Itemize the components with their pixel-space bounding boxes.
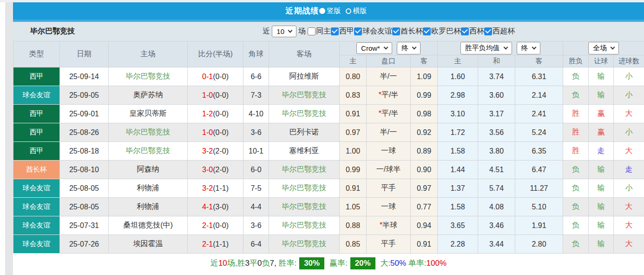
- result-goals: 大: [614, 105, 644, 123]
- rounds-select[interactable]: 10: [272, 26, 296, 37]
- table-row: 西甲 25-08-26 毕尔巴鄂竞技 1-0(0-0) 3-6 巴列卡诺 0.9…: [13, 123, 644, 142]
- avg-away: 5.24: [515, 123, 563, 142]
- avg-home: 2.98: [438, 86, 478, 105]
- score-cell: 1-2(0-0): [188, 105, 243, 123]
- odds-home: 0.99: [340, 161, 367, 179]
- score-cell: 2-1(0-0): [188, 216, 243, 235]
- away-team: 阿拉维斯: [269, 67, 340, 86]
- page-title: 近期战绩: [286, 6, 319, 16]
- rounds-suffix-label: 场: [298, 27, 306, 36]
- filter-checkbox-item[interactable]: 西杯: [461, 27, 484, 36]
- avg-away: 6.31: [515, 67, 563, 86]
- table-row: 酋长杯 25-08-10 阿森纳 3-0(2-0) 6-0 毕尔巴鄂竞技 0.9…: [13, 161, 644, 179]
- filter-checkbox-item[interactable]: 欧罗巴杯: [423, 27, 461, 36]
- league-badge: 酋长杯: [13, 161, 60, 179]
- handicap-line: 一球: [367, 142, 411, 161]
- filter-checkbox-item[interactable]: 同主: [308, 27, 331, 36]
- horizontal-layout-radio[interactable]: [346, 8, 351, 14]
- home-team: 埃因霍温: [109, 235, 188, 254]
- result-goals: 大: [614, 198, 644, 216]
- stat-text: 7,: [270, 259, 279, 268]
- period-select[interactable]: 全场: [588, 42, 619, 54]
- table-row: 西甲 25-09-01 皇家贝蒂斯 1-2(0-0) 4-10 毕尔巴鄂竞技 0…: [13, 105, 644, 123]
- handicap-line: 半/一: [367, 67, 411, 86]
- sub-header: 客: [411, 55, 438, 67]
- fulltime-score: 3-2: [202, 184, 213, 192]
- sub-header: 胜负: [563, 55, 589, 67]
- filter-checkbox-label: 欧罗巴杯: [431, 27, 461, 36]
- avg-away: 5.10: [515, 198, 563, 216]
- corners-cell: 6-0: [243, 161, 269, 179]
- odds-company-select[interactable]: Crow*: [356, 42, 392, 54]
- odds-away: 0.89: [411, 142, 438, 161]
- checkbox-checked-icon[interactable]: [461, 27, 469, 35]
- fulltime-score: 1-2: [202, 110, 213, 118]
- chevron-down-icon: [412, 45, 416, 50]
- result-goals: 小: [614, 86, 644, 105]
- table-row: 球会友谊 25-09-05 奥萨苏纳 1-0(0-0) 7-3 毕尔巴鄂竞技 0…: [13, 86, 644, 105]
- checkbox-unchecked-icon[interactable]: [308, 27, 315, 35]
- odds-away: 0.90: [411, 161, 438, 179]
- sub-header: 客: [515, 55, 563, 67]
- odds-home: 1.00: [340, 142, 367, 161]
- away-team: 毕尔巴鄂竞技: [269, 105, 340, 123]
- chevron-down-icon: [611, 45, 615, 50]
- col-header-away: 客场: [269, 41, 340, 67]
- match-date: 25-08-05: [60, 198, 109, 216]
- filter-checkbox-item[interactable]: 球会友谊: [354, 27, 392, 36]
- halftime-score: (0-0): [213, 221, 229, 229]
- home-team: 毕尔巴鄂竞技: [109, 123, 188, 142]
- filter-checkbox-item[interactable]: 西甲: [331, 27, 354, 36]
- corners-cell: 7-5: [243, 179, 269, 198]
- avg-draw: 3.56: [478, 123, 515, 142]
- result-handicap: 输: [589, 161, 614, 179]
- checkbox-checked-icon[interactable]: [392, 27, 400, 35]
- filter-controls: 近 10 场 同主西甲球会友谊酋长杯欧罗巴杯西杯西超杯: [263, 26, 515, 37]
- avg-away: 11.27: [515, 179, 563, 198]
- avg-away: 2.41: [515, 105, 563, 123]
- checkbox-checked-icon[interactable]: [354, 27, 362, 35]
- vertical-layout-label[interactable]: 竖版: [327, 7, 341, 15]
- checkbox-checked-icon[interactable]: [484, 27, 492, 35]
- handicap-line: *平/半: [367, 86, 411, 105]
- score-cell: 3-2(1-1): [188, 179, 243, 198]
- halftime-score: (0-0): [213, 73, 229, 80]
- handicap-line: *半球: [367, 216, 411, 235]
- avg-time-select[interactable]: 终: [517, 42, 540, 54]
- result-wdl: 负: [563, 67, 589, 86]
- vertical-layout-radio[interactable]: [319, 8, 325, 14]
- score-cell: 0-1(0-0): [188, 67, 243, 86]
- rounds-select-value: 10: [276, 27, 284, 35]
- odds-home: 0.83: [340, 86, 367, 105]
- stat-text: 负: [262, 258, 270, 268]
- avg-type-select[interactable]: 胜平负均值: [460, 42, 512, 54]
- result-handicap: 走: [589, 142, 614, 161]
- halftime-score: (3-0): [213, 203, 229, 211]
- filter-checkbox-item[interactable]: 西超杯: [484, 27, 515, 36]
- near-label: 近: [263, 27, 270, 36]
- result-goals: 小: [614, 123, 644, 142]
- handicap-line: *平/半: [367, 105, 411, 123]
- sub-header: 盘口: [367, 55, 411, 67]
- sub-header: 主: [340, 55, 367, 67]
- sub-header: 让球: [589, 55, 614, 67]
- score-cell: 3-2(2-0): [188, 142, 243, 161]
- fulltime-score: 1-0: [202, 91, 213, 99]
- score-cell: 1-0(0-0): [188, 86, 243, 105]
- odds-time-select[interactable]: 终: [397, 42, 421, 54]
- corners-cell: 4-10: [243, 105, 269, 123]
- odds-home: 0.91: [340, 105, 367, 123]
- away-team: 巴列卡诺: [269, 123, 340, 142]
- result-handicap: 输: [589, 67, 614, 86]
- checkbox-checked-icon[interactable]: [331, 27, 339, 35]
- corners-cell: 6-6: [243, 67, 269, 86]
- avg-away: 2.14: [515, 86, 563, 105]
- odds-away: 0.77: [411, 198, 438, 216]
- filter-checkbox-item[interactable]: 酋长杯: [392, 27, 423, 36]
- result-handicap: 输: [589, 235, 614, 254]
- checkbox-checked-icon[interactable]: [423, 27, 431, 35]
- horizontal-layout-label[interactable]: 横版: [353, 7, 367, 15]
- away-team: 毕尔巴鄂竞技: [269, 179, 340, 198]
- result-wdl: 负: [563, 161, 589, 179]
- corners-cell: 3-6: [243, 216, 269, 235]
